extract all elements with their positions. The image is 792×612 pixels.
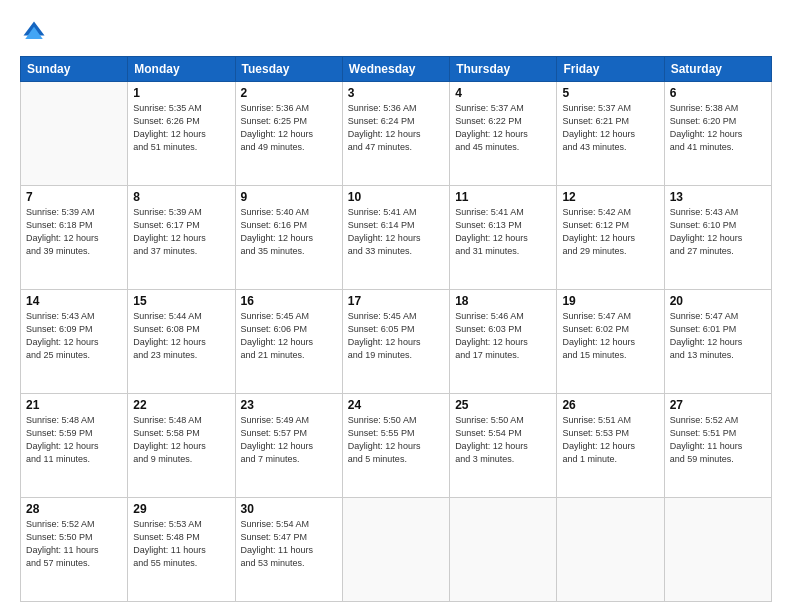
day-info: Sunrise: 5:48 AM Sunset: 5:59 PM Dayligh… — [26, 414, 122, 466]
day-info: Sunrise: 5:39 AM Sunset: 6:18 PM Dayligh… — [26, 206, 122, 258]
day-info: Sunrise: 5:37 AM Sunset: 6:21 PM Dayligh… — [562, 102, 658, 154]
day-cell: 20Sunrise: 5:47 AM Sunset: 6:01 PM Dayli… — [664, 290, 771, 394]
day-cell — [450, 498, 557, 602]
weekday-header-thursday: Thursday — [450, 57, 557, 82]
weekday-header-tuesday: Tuesday — [235, 57, 342, 82]
logo — [20, 18, 52, 46]
day-number: 1 — [133, 86, 229, 100]
day-cell: 19Sunrise: 5:47 AM Sunset: 6:02 PM Dayli… — [557, 290, 664, 394]
day-number: 6 — [670, 86, 766, 100]
day-number: 30 — [241, 502, 337, 516]
day-number: 27 — [670, 398, 766, 412]
day-info: Sunrise: 5:41 AM Sunset: 6:14 PM Dayligh… — [348, 206, 444, 258]
day-info: Sunrise: 5:45 AM Sunset: 6:05 PM Dayligh… — [348, 310, 444, 362]
page: SundayMondayTuesdayWednesdayThursdayFrid… — [0, 0, 792, 612]
day-cell: 15Sunrise: 5:44 AM Sunset: 6:08 PM Dayli… — [128, 290, 235, 394]
day-info: Sunrise: 5:35 AM Sunset: 6:26 PM Dayligh… — [133, 102, 229, 154]
day-cell — [664, 498, 771, 602]
day-info: Sunrise: 5:46 AM Sunset: 6:03 PM Dayligh… — [455, 310, 551, 362]
day-info: Sunrise: 5:49 AM Sunset: 5:57 PM Dayligh… — [241, 414, 337, 466]
day-info: Sunrise: 5:37 AM Sunset: 6:22 PM Dayligh… — [455, 102, 551, 154]
day-info: Sunrise: 5:44 AM Sunset: 6:08 PM Dayligh… — [133, 310, 229, 362]
day-cell: 5Sunrise: 5:37 AM Sunset: 6:21 PM Daylig… — [557, 82, 664, 186]
day-number: 26 — [562, 398, 658, 412]
day-number: 28 — [26, 502, 122, 516]
day-cell: 18Sunrise: 5:46 AM Sunset: 6:03 PM Dayli… — [450, 290, 557, 394]
calendar: SundayMondayTuesdayWednesdayThursdayFrid… — [20, 56, 772, 602]
day-cell: 14Sunrise: 5:43 AM Sunset: 6:09 PM Dayli… — [21, 290, 128, 394]
day-info: Sunrise: 5:45 AM Sunset: 6:06 PM Dayligh… — [241, 310, 337, 362]
day-number: 19 — [562, 294, 658, 308]
day-number: 9 — [241, 190, 337, 204]
day-info: Sunrise: 5:50 AM Sunset: 5:54 PM Dayligh… — [455, 414, 551, 466]
day-number: 29 — [133, 502, 229, 516]
day-info: Sunrise: 5:36 AM Sunset: 6:25 PM Dayligh… — [241, 102, 337, 154]
header — [20, 18, 772, 46]
day-info: Sunrise: 5:41 AM Sunset: 6:13 PM Dayligh… — [455, 206, 551, 258]
weekday-header-row: SundayMondayTuesdayWednesdayThursdayFrid… — [21, 57, 772, 82]
day-number: 17 — [348, 294, 444, 308]
day-cell: 23Sunrise: 5:49 AM Sunset: 5:57 PM Dayli… — [235, 394, 342, 498]
day-number: 11 — [455, 190, 551, 204]
day-number: 15 — [133, 294, 229, 308]
day-cell: 6Sunrise: 5:38 AM Sunset: 6:20 PM Daylig… — [664, 82, 771, 186]
weekday-header-saturday: Saturday — [664, 57, 771, 82]
day-cell: 27Sunrise: 5:52 AM Sunset: 5:51 PM Dayli… — [664, 394, 771, 498]
day-number: 3 — [348, 86, 444, 100]
day-cell: 2Sunrise: 5:36 AM Sunset: 6:25 PM Daylig… — [235, 82, 342, 186]
week-row-5: 28Sunrise: 5:52 AM Sunset: 5:50 PM Dayli… — [21, 498, 772, 602]
day-cell: 13Sunrise: 5:43 AM Sunset: 6:10 PM Dayli… — [664, 186, 771, 290]
day-cell: 1Sunrise: 5:35 AM Sunset: 6:26 PM Daylig… — [128, 82, 235, 186]
day-number: 20 — [670, 294, 766, 308]
day-cell: 7Sunrise: 5:39 AM Sunset: 6:18 PM Daylig… — [21, 186, 128, 290]
day-cell: 24Sunrise: 5:50 AM Sunset: 5:55 PM Dayli… — [342, 394, 449, 498]
day-info: Sunrise: 5:48 AM Sunset: 5:58 PM Dayligh… — [133, 414, 229, 466]
day-cell: 4Sunrise: 5:37 AM Sunset: 6:22 PM Daylig… — [450, 82, 557, 186]
day-info: Sunrise: 5:47 AM Sunset: 6:01 PM Dayligh… — [670, 310, 766, 362]
day-info: Sunrise: 5:47 AM Sunset: 6:02 PM Dayligh… — [562, 310, 658, 362]
day-number: 13 — [670, 190, 766, 204]
day-info: Sunrise: 5:39 AM Sunset: 6:17 PM Dayligh… — [133, 206, 229, 258]
day-cell: 10Sunrise: 5:41 AM Sunset: 6:14 PM Dayli… — [342, 186, 449, 290]
day-info: Sunrise: 5:36 AM Sunset: 6:24 PM Dayligh… — [348, 102, 444, 154]
day-number: 25 — [455, 398, 551, 412]
day-info: Sunrise: 5:43 AM Sunset: 6:09 PM Dayligh… — [26, 310, 122, 362]
day-number: 8 — [133, 190, 229, 204]
day-cell: 17Sunrise: 5:45 AM Sunset: 6:05 PM Dayli… — [342, 290, 449, 394]
day-cell: 3Sunrise: 5:36 AM Sunset: 6:24 PM Daylig… — [342, 82, 449, 186]
day-cell: 29Sunrise: 5:53 AM Sunset: 5:48 PM Dayli… — [128, 498, 235, 602]
week-row-1: 1Sunrise: 5:35 AM Sunset: 6:26 PM Daylig… — [21, 82, 772, 186]
day-info: Sunrise: 5:52 AM Sunset: 5:51 PM Dayligh… — [670, 414, 766, 466]
day-cell — [342, 498, 449, 602]
day-number: 23 — [241, 398, 337, 412]
day-info: Sunrise: 5:50 AM Sunset: 5:55 PM Dayligh… — [348, 414, 444, 466]
day-cell: 8Sunrise: 5:39 AM Sunset: 6:17 PM Daylig… — [128, 186, 235, 290]
day-cell: 26Sunrise: 5:51 AM Sunset: 5:53 PM Dayli… — [557, 394, 664, 498]
day-number: 22 — [133, 398, 229, 412]
day-number: 2 — [241, 86, 337, 100]
day-number: 5 — [562, 86, 658, 100]
day-number: 12 — [562, 190, 658, 204]
day-cell: 16Sunrise: 5:45 AM Sunset: 6:06 PM Dayli… — [235, 290, 342, 394]
day-cell: 12Sunrise: 5:42 AM Sunset: 6:12 PM Dayli… — [557, 186, 664, 290]
day-info: Sunrise: 5:40 AM Sunset: 6:16 PM Dayligh… — [241, 206, 337, 258]
day-info: Sunrise: 5:38 AM Sunset: 6:20 PM Dayligh… — [670, 102, 766, 154]
weekday-header-friday: Friday — [557, 57, 664, 82]
weekday-header-wednesday: Wednesday — [342, 57, 449, 82]
day-info: Sunrise: 5:42 AM Sunset: 6:12 PM Dayligh… — [562, 206, 658, 258]
weekday-header-sunday: Sunday — [21, 57, 128, 82]
day-number: 21 — [26, 398, 122, 412]
day-cell: 28Sunrise: 5:52 AM Sunset: 5:50 PM Dayli… — [21, 498, 128, 602]
day-info: Sunrise: 5:52 AM Sunset: 5:50 PM Dayligh… — [26, 518, 122, 570]
day-cell: 25Sunrise: 5:50 AM Sunset: 5:54 PM Dayli… — [450, 394, 557, 498]
weekday-header-monday: Monday — [128, 57, 235, 82]
day-info: Sunrise: 5:43 AM Sunset: 6:10 PM Dayligh… — [670, 206, 766, 258]
day-number: 7 — [26, 190, 122, 204]
day-cell: 21Sunrise: 5:48 AM Sunset: 5:59 PM Dayli… — [21, 394, 128, 498]
day-number: 18 — [455, 294, 551, 308]
week-row-2: 7Sunrise: 5:39 AM Sunset: 6:18 PM Daylig… — [21, 186, 772, 290]
week-row-3: 14Sunrise: 5:43 AM Sunset: 6:09 PM Dayli… — [21, 290, 772, 394]
day-cell: 9Sunrise: 5:40 AM Sunset: 6:16 PM Daylig… — [235, 186, 342, 290]
day-cell: 30Sunrise: 5:54 AM Sunset: 5:47 PM Dayli… — [235, 498, 342, 602]
day-cell — [557, 498, 664, 602]
